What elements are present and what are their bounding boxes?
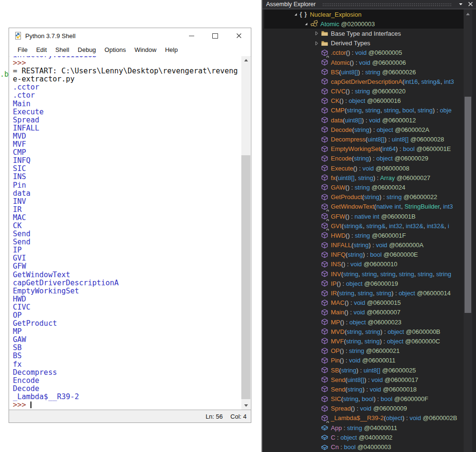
method-icon <box>320 107 328 114</box>
python-shell-titlebar[interactable]: Python 3.7.9 Shell <box>9 28 251 43</box>
tree-row[interactable]: IP() : object @06000019 <box>264 279 464 288</box>
tree-row[interactable]: MP() : object @06000023 <box>264 317 464 327</box>
tree-row[interactable]: capGetDriverDescriptionA(int16, string&,… <box>264 77 464 86</box>
expander-open-icon[interactable] <box>303 20 310 28</box>
method-icon <box>320 261 328 268</box>
menu-edit[interactable]: Edit <box>32 46 51 53</box>
tree-row[interactable]: INFQ(string) : bool @0600000E <box>264 250 464 260</box>
tree-row[interactable]: CIVC() : string @06000020 <box>264 87 464 96</box>
shell-line: .cctor <box>13 83 241 91</box>
tree-row[interactable]: GVI(string&, string&, int32, int32&, int… <box>264 221 464 231</box>
shell-line: SIC <box>13 165 241 173</box>
tree-row[interactable]: GAW() : string @06000024 <box>264 182 464 192</box>
tree-row[interactable]: EmptyWorkingSet(int64) : bool @0600001E <box>264 144 464 154</box>
menu-shell[interactable]: Shell <box>51 46 73 53</box>
tree-row[interactable]: INFALL(string) : void @0600000A <box>264 241 464 250</box>
tree-row[interactable]: OP() : string @06000021 <box>264 346 464 356</box>
tree-row[interactable]: MVF(string, string) : object @0600000C <box>264 336 464 346</box>
close-icon <box>236 33 242 39</box>
menu-help[interactable]: Help <box>161 46 182 53</box>
panel-menu-button[interactable] <box>457 0 465 8</box>
tree-row[interactable]: fx(uint8[], string) : Array @06000027 <box>264 173 464 182</box>
tree-row[interactable]: BS(uint8[]) : string @06000026 <box>264 67 464 77</box>
expander-spacer <box>313 261 320 268</box>
shell-line: data <box>13 190 241 198</box>
shell-text-area[interactable]: infactory.00111016b>>>= RESTART: C:\User… <box>10 56 241 410</box>
expander-spacer <box>313 405 320 412</box>
tree-row[interactable]: CK() : object @06000016 <box>264 96 464 106</box>
tree-row[interactable]: IR(string, string, string) : object @060… <box>264 288 464 298</box>
tree-row[interactable]: Base Type and Interfaces <box>264 29 464 38</box>
expander-spacer <box>313 318 320 326</box>
tree-row[interactable]: Send(uint8[]) : void @06000017 <box>264 375 464 384</box>
menu-window[interactable]: Window <box>130 46 160 53</box>
tree-row[interactable]: SB(string) : uint8[] @06000025 <box>264 365 464 375</box>
expander-spacer <box>313 357 320 364</box>
tree-row[interactable]: App : string @04000011 <box>264 423 464 432</box>
tree-row-label: Pin() : void @06000011 <box>331 357 396 364</box>
tree-row[interactable]: INS() : void @06000010 <box>264 260 464 269</box>
tree-row[interactable]: INV(string, string, string, string, stri… <box>264 269 464 279</box>
tree-row[interactable]: Atomic @02000003 <box>264 19 464 29</box>
menu-options[interactable]: Options <box>100 46 130 53</box>
tree-row[interactable]: Spread() : void @06000009 <box>264 404 464 413</box>
close-button[interactable] <box>227 28 251 43</box>
scrollbar-thumb[interactable] <box>241 155 250 399</box>
shell-vertical-scrollbar[interactable] <box>241 56 250 410</box>
text-cursor <box>30 402 31 408</box>
expander-closed-icon[interactable] <box>313 40 320 47</box>
method-icon <box>320 270 328 278</box>
method-icon <box>320 299 328 307</box>
shell-line: SB <box>13 344 241 352</box>
expander-closed-icon[interactable] <box>313 30 320 37</box>
menu-file[interactable]: File <box>13 46 32 53</box>
scroll-up-button[interactable] <box>241 56 250 64</box>
tree-row[interactable]: .cctor() : void @06000005 <box>264 48 464 58</box>
tree-row[interactable]: SIC(string, bool) : bool @0600000F <box>264 394 464 404</box>
tree-row-label: SIC(string, bool) : bool @0600000F <box>331 395 428 402</box>
tree-row[interactable]: Pin() : void @06000011 <box>264 356 464 365</box>
tree-row-label: IR(string, string, string) : object @060… <box>331 290 451 297</box>
expander-spacer <box>313 164 320 172</box>
tree-row[interactable]: Send(string) : void @06000018 <box>264 384 464 394</box>
expander-spacer <box>313 193 320 201</box>
tree-row[interactable]: Decode(string) : object @0600002A <box>264 125 464 134</box>
tree-row[interactable]: Derived Types <box>264 39 464 48</box>
expander-spacer <box>313 126 320 133</box>
explorer-vertical-scrollbar[interactable] <box>464 10 472 452</box>
tree-row-label: INS() : void @06000010 <box>331 261 397 268</box>
maximize-button[interactable] <box>203 28 227 43</box>
tree-row[interactable]: CMP(string, string, string, bool, string… <box>264 106 464 115</box>
tree-row[interactable]: _Lambda$__R39-2(object) : void @0600002B <box>264 413 464 423</box>
tree-row[interactable]: Decompress(uint8[]) : uint8[] @06000028 <box>264 134 464 144</box>
scroll-up-button[interactable] <box>464 11 472 17</box>
tree-row[interactable]: GetWindowText(native int, StringBuilder,… <box>264 202 464 211</box>
tree-row[interactable]: { }Nuclear_Explosion <box>264 10 464 19</box>
tree-row[interactable]: Encode(string) : object @06000029 <box>264 154 464 163</box>
expander-spacer <box>313 68 320 76</box>
tree-row[interactable]: HWD() : string @0600001F <box>264 231 464 240</box>
tree-row[interactable]: Cn : bool @04000003 <box>264 442 464 452</box>
assembly-explorer-header[interactable]: Assembly Explorer <box>262 0 476 10</box>
tree-row[interactable]: C : object @04000002 <box>264 432 464 442</box>
tree-row[interactable]: data(uint8[]) : void @06000012 <box>264 115 464 125</box>
tree-row[interactable]: Main() : void @06000007 <box>264 308 464 317</box>
panel-close-button[interactable] <box>466 0 474 8</box>
expander-spacer <box>313 136 320 143</box>
tree-row[interactable]: Atomic() : void @06000006 <box>264 58 464 67</box>
tree-row-label: IP() : object @06000019 <box>331 280 398 287</box>
tree-row[interactable]: GetProduct(string) : string @06000022 <box>264 192 464 202</box>
field-icon <box>320 443 328 451</box>
shell-line: = RESTART: C:\Users\Lenny\Desktop\reveng… <box>13 67 241 75</box>
tree-row[interactable]: MAC() : void @06000015 <box>264 298 464 308</box>
tree-row[interactable]: Execute() : void @06000008 <box>264 163 464 173</box>
minimize-button[interactable] <box>179 28 203 43</box>
tree-row[interactable]: GFW() : native int @0600001B <box>264 211 464 221</box>
menu-debug[interactable]: Debug <box>73 46 100 53</box>
drag-grip[interactable] <box>322 3 451 7</box>
expander-open-icon[interactable] <box>292 10 299 18</box>
tree-row[interactable]: MVD(string, string) : object @0600000B <box>264 327 464 336</box>
background-text-fragment: .b <box>0 70 9 79</box>
scrollbar-thumb[interactable] <box>465 97 471 313</box>
scroll-down-button[interactable] <box>241 402 250 410</box>
